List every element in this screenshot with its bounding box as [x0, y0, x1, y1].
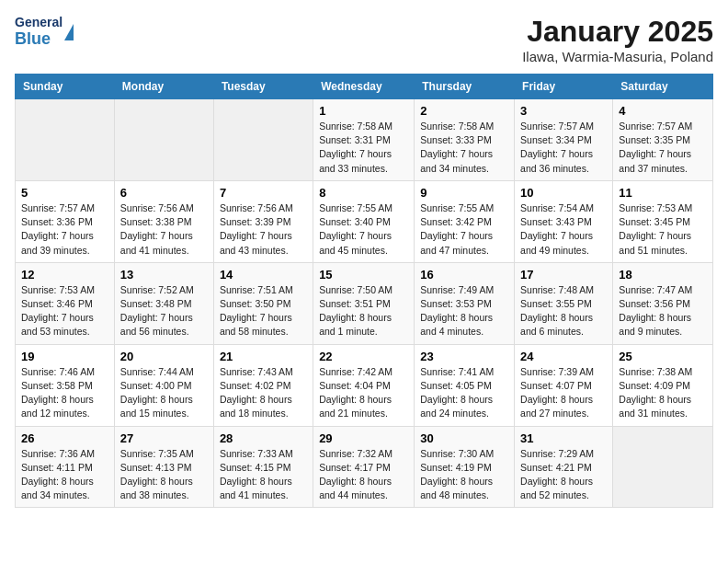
header-cell-wednesday: Wednesday [313, 75, 415, 99]
day-number: 24 [520, 350, 607, 363]
day-info: Sunrise: 7:54 AM Sunset: 3:43 PM Dayligh… [520, 201, 607, 258]
calendar-day: 9Sunrise: 7:55 AM Sunset: 3:42 PM Daylig… [415, 180, 515, 262]
calendar-day: 24Sunrise: 7:39 AM Sunset: 4:07 PM Dayli… [515, 344, 613, 426]
day-info: Sunrise: 7:56 AM Sunset: 3:39 PM Dayligh… [220, 201, 307, 258]
calendar-day: 7Sunrise: 7:56 AM Sunset: 3:39 PM Daylig… [213, 180, 313, 262]
logo-general: General [15, 15, 63, 29]
day-number: 1 [319, 104, 408, 118]
calendar-week-5: 26Sunrise: 7:36 AM Sunset: 4:11 PM Dayli… [16, 426, 713, 508]
header-cell-sunday: Sunday [16, 75, 115, 99]
day-number: 21 [220, 350, 307, 363]
header-cell-saturday: Saturday [613, 75, 713, 99]
calendar-day: 25Sunrise: 7:38 AM Sunset: 4:09 PM Dayli… [613, 344, 713, 426]
day-number: 4 [619, 104, 707, 118]
day-info: Sunrise: 7:44 AM Sunset: 4:00 PM Dayligh… [120, 365, 208, 421]
day-number: 7 [220, 186, 307, 200]
header-cell-friday: Friday [515, 75, 613, 99]
page-title: January 2025 [522, 15, 713, 49]
day-number: 17 [520, 268, 607, 282]
calendar-header: SundayMondayTuesdayWednesdayThursdayFrid… [16, 75, 713, 99]
calendar-day: 11Sunrise: 7:53 AM Sunset: 3:45 PM Dayli… [613, 180, 713, 262]
calendar-body: 1Sunrise: 7:58 AM Sunset: 3:31 PM Daylig… [16, 99, 713, 508]
calendar-day: 21Sunrise: 7:43 AM Sunset: 4:02 PM Dayli… [213, 344, 313, 426]
logo-triangle-icon [64, 24, 74, 40]
page-header: General Blue January 2025 Ilawa, Warmia-… [15, 15, 713, 64]
calendar-day: 13Sunrise: 7:52 AM Sunset: 3:48 PM Dayli… [114, 262, 213, 344]
header-cell-tuesday: Tuesday [213, 75, 313, 99]
day-number: 5 [21, 186, 108, 200]
day-info: Sunrise: 7:52 AM Sunset: 3:48 PM Dayligh… [120, 283, 208, 339]
calendar-table: SundayMondayTuesdayWednesdayThursdayFrid… [15, 74, 713, 508]
calendar-day [114, 99, 213, 181]
day-info: Sunrise: 7:46 AM Sunset: 3:58 PM Dayligh… [21, 365, 108, 421]
day-info: Sunrise: 7:32 AM Sunset: 4:17 PM Dayligh… [319, 447, 408, 503]
day-number: 12 [21, 268, 108, 282]
day-info: Sunrise: 7:57 AM Sunset: 3:36 PM Dayligh… [21, 201, 108, 258]
day-number: 18 [619, 268, 707, 282]
day-number: 16 [420, 268, 508, 282]
day-number: 20 [120, 350, 208, 363]
calendar-day: 15Sunrise: 7:50 AM Sunset: 3:51 PM Dayli… [313, 262, 415, 344]
calendar-week-2: 5Sunrise: 7:57 AM Sunset: 3:36 PM Daylig… [16, 180, 713, 262]
calendar-day: 5Sunrise: 7:57 AM Sunset: 3:36 PM Daylig… [16, 180, 115, 262]
day-info: Sunrise: 7:55 AM Sunset: 3:42 PM Dayligh… [420, 201, 508, 258]
header-cell-monday: Monday [114, 75, 213, 99]
day-info: Sunrise: 7:43 AM Sunset: 4:02 PM Dayligh… [220, 365, 307, 421]
calendar-day: 14Sunrise: 7:51 AM Sunset: 3:50 PM Dayli… [213, 262, 313, 344]
calendar-day: 19Sunrise: 7:46 AM Sunset: 3:58 PM Dayli… [16, 344, 115, 426]
calendar-day: 30Sunrise: 7:30 AM Sunset: 4:19 PM Dayli… [415, 426, 515, 508]
day-info: Sunrise: 7:57 AM Sunset: 3:34 PM Dayligh… [520, 120, 607, 176]
day-info: Sunrise: 7:42 AM Sunset: 4:04 PM Dayligh… [319, 365, 408, 421]
day-info: Sunrise: 7:30 AM Sunset: 4:19 PM Dayligh… [420, 447, 508, 503]
day-info: Sunrise: 7:57 AM Sunset: 3:35 PM Dayligh… [619, 120, 707, 176]
day-number: 9 [420, 186, 508, 200]
title-block: January 2025 Ilawa, Warmia-Masuria, Pola… [522, 15, 713, 64]
day-number: 2 [420, 104, 508, 118]
day-info: Sunrise: 7:53 AM Sunset: 3:46 PM Dayligh… [21, 283, 108, 339]
day-info: Sunrise: 7:53 AM Sunset: 3:45 PM Dayligh… [619, 201, 707, 258]
day-number: 15 [319, 268, 408, 282]
calendar-day: 16Sunrise: 7:49 AM Sunset: 3:53 PM Dayli… [415, 262, 515, 344]
logo-text: General Blue [15, 15, 63, 49]
day-info: Sunrise: 7:50 AM Sunset: 3:51 PM Dayligh… [319, 283, 408, 339]
logo: General Blue [15, 15, 74, 49]
calendar-day: 20Sunrise: 7:44 AM Sunset: 4:00 PM Dayli… [114, 344, 213, 426]
day-number: 19 [21, 350, 108, 363]
logo-blue: Blue [15, 29, 63, 49]
page-subtitle: Ilawa, Warmia-Masuria, Poland [522, 49, 713, 64]
calendar-week-1: 1Sunrise: 7:58 AM Sunset: 3:31 PM Daylig… [16, 99, 713, 181]
calendar-day: 26Sunrise: 7:36 AM Sunset: 4:11 PM Dayli… [16, 426, 115, 508]
calendar-day: 12Sunrise: 7:53 AM Sunset: 3:46 PM Dayli… [16, 262, 115, 344]
day-info: Sunrise: 7:39 AM Sunset: 4:07 PM Dayligh… [520, 365, 607, 421]
calendar-week-3: 12Sunrise: 7:53 AM Sunset: 3:46 PM Dayli… [16, 262, 713, 344]
day-info: Sunrise: 7:47 AM Sunset: 3:56 PM Dayligh… [619, 283, 707, 339]
calendar-day: 31Sunrise: 7:29 AM Sunset: 4:21 PM Dayli… [515, 426, 613, 508]
day-number: 29 [319, 431, 408, 445]
day-number: 26 [21, 431, 108, 445]
calendar-day: 29Sunrise: 7:32 AM Sunset: 4:17 PM Dayli… [313, 426, 415, 508]
calendar-week-4: 19Sunrise: 7:46 AM Sunset: 3:58 PM Dayli… [16, 344, 713, 426]
calendar-day [213, 99, 313, 181]
header-row: SundayMondayTuesdayWednesdayThursdayFrid… [16, 75, 713, 99]
day-number: 13 [120, 268, 208, 282]
calendar-day: 4Sunrise: 7:57 AM Sunset: 3:35 PM Daylig… [613, 99, 713, 181]
calendar-day: 1Sunrise: 7:58 AM Sunset: 3:31 PM Daylig… [313, 99, 415, 181]
day-info: Sunrise: 7:48 AM Sunset: 3:55 PM Dayligh… [520, 283, 607, 339]
calendar-day: 23Sunrise: 7:41 AM Sunset: 4:05 PM Dayli… [415, 344, 515, 426]
day-info: Sunrise: 7:49 AM Sunset: 3:53 PM Dayligh… [420, 283, 508, 339]
day-number: 10 [520, 186, 607, 200]
calendar-day: 17Sunrise: 7:48 AM Sunset: 3:55 PM Dayli… [515, 262, 613, 344]
calendar-day: 3Sunrise: 7:57 AM Sunset: 3:34 PM Daylig… [515, 99, 613, 181]
calendar-day: 8Sunrise: 7:55 AM Sunset: 3:40 PM Daylig… [313, 180, 415, 262]
day-info: Sunrise: 7:41 AM Sunset: 4:05 PM Dayligh… [420, 365, 508, 421]
day-number: 25 [619, 350, 707, 363]
calendar-day: 22Sunrise: 7:42 AM Sunset: 4:04 PM Dayli… [313, 344, 415, 426]
day-info: Sunrise: 7:51 AM Sunset: 3:50 PM Dayligh… [220, 283, 307, 339]
day-number: 3 [520, 104, 607, 118]
day-number: 11 [619, 186, 707, 200]
header-cell-thursday: Thursday [415, 75, 515, 99]
day-info: Sunrise: 7:55 AM Sunset: 3:40 PM Dayligh… [319, 201, 408, 258]
day-info: Sunrise: 7:38 AM Sunset: 4:09 PM Dayligh… [619, 365, 707, 421]
day-info: Sunrise: 7:56 AM Sunset: 3:38 PM Dayligh… [120, 201, 208, 258]
day-info: Sunrise: 7:36 AM Sunset: 4:11 PM Dayligh… [21, 447, 108, 503]
